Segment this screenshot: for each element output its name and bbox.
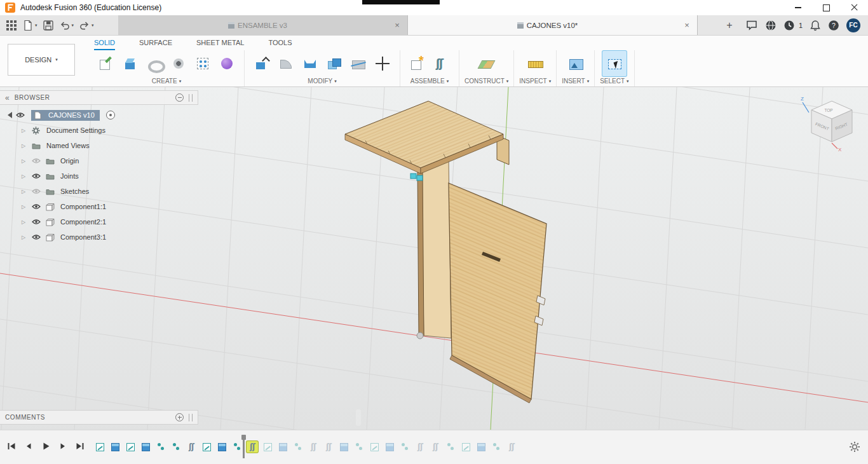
viewport[interactable]: Z X TOP FRONT RIGHT « BROWSER: [0, 87, 868, 430]
timeline-feature-sketch[interactable]: [460, 441, 471, 453]
save-button[interactable]: [42, 19, 55, 32]
timeline-feature-joint[interactable]: ʃʃ: [414, 441, 426, 453]
visibility-eye-icon[interactable]: [32, 188, 43, 194]
timeline-feature-component[interactable]: [475, 441, 487, 453]
timeline-feature-dots[interactable]: [292, 441, 304, 453]
select-tool-button[interactable]: [602, 51, 627, 76]
timeline-feature-joint[interactable]: ʃʃ: [247, 441, 258, 453]
split-tool-button[interactable]: [346, 51, 370, 76]
browser-item-component3-1[interactable]: ▷Component3:1: [0, 229, 198, 245]
comments-header[interactable]: COMMENTS: [0, 410, 198, 425]
timeline-feature-joint[interactable]: ʃʃ: [430, 441, 441, 453]
visibility-eye-icon[interactable]: [32, 173, 43, 179]
timeline-position-marker[interactable]: [243, 437, 245, 458]
skip-start-button[interactable]: [6, 441, 17, 451]
browser-item-component1-1[interactable]: ▷Component1:1: [0, 199, 198, 214]
activate-component-radio[interactable]: [106, 111, 115, 119]
timeline-feature-dots[interactable]: [155, 441, 166, 453]
plane-tool-button[interactable]: [475, 51, 499, 76]
ribbon-group-label[interactable]: MODIFY▾: [308, 78, 336, 85]
clock-button[interactable]: [783, 20, 795, 31]
workspace-switcher[interactable]: DESIGN ▾: [8, 44, 75, 76]
timeline-feature-component[interactable]: [338, 441, 349, 453]
browser-item-origin[interactable]: ▷Origin: [0, 153, 198, 168]
browser-item-component2-1[interactable]: ▷Component2:1: [0, 214, 198, 229]
ribbon-group-label[interactable]: INSPECT▾: [519, 78, 551, 85]
timeline-feature-dots[interactable]: [231, 441, 243, 453]
timeline-settings-gear-icon[interactable]: [849, 441, 860, 453]
app-menu-button[interactable]: [5, 19, 18, 32]
minimize-button[interactable]: [784, 0, 812, 15]
minimize-panel-icon[interactable]: [175, 93, 184, 102]
origin-sphere[interactable]: [417, 332, 423, 339]
ribbon-group-label[interactable]: INSERT▾: [562, 78, 589, 85]
press-pull-tool-button[interactable]: [250, 51, 274, 76]
3d-model[interactable]: [345, 101, 546, 403]
ribbon-tab-solid[interactable]: SOLID: [94, 36, 115, 50]
timeline-feature-joint[interactable]: ʃʃ: [506, 441, 517, 453]
timeline-feature-dots[interactable]: [445, 441, 456, 453]
bell-button[interactable]: [810, 20, 821, 31]
maximize-button[interactable]: [812, 0, 840, 15]
tab-close-icon[interactable]: ×: [392, 20, 402, 31]
file-button[interactable]: ▾: [22, 19, 38, 32]
expand-arrow-icon[interactable]: ▷: [22, 158, 29, 164]
visibility-eye-icon[interactable]: [32, 203, 43, 210]
timeline-feature-joint[interactable]: ʃʃ: [186, 441, 197, 453]
help-button[interactable]: ?: [828, 20, 839, 31]
timeline-feature-joint[interactable]: ʃʃ: [323, 441, 334, 453]
timeline-feature-sketch[interactable]: [262, 441, 273, 453]
timeline-feature-sketch[interactable]: [94, 441, 105, 453]
browser-root-item[interactable]: CAJONES v10: [0, 107, 198, 123]
revolve-tool-button[interactable]: [142, 51, 166, 76]
ribbon-group-label[interactable]: ASSEMBLE▾: [410, 78, 449, 85]
fillet-tool-button[interactable]: [274, 51, 298, 76]
visibility-eye-icon[interactable]: [32, 219, 43, 225]
joint-tool-button[interactable]: [430, 51, 454, 76]
step-back-button[interactable]: [24, 441, 34, 451]
side-panel-edge[interactable]: [417, 168, 424, 336]
expand-arrow-icon[interactable]: ▷: [22, 128, 29, 133]
hole-tool-button[interactable]: [166, 51, 191, 76]
ribbon-group-label[interactable]: CONSTRUCT▾: [465, 78, 508, 85]
visibility-eye-icon[interactable]: [16, 112, 27, 118]
browser-item-joints[interactable]: ▷Joints: [0, 168, 198, 184]
extrude-tool-button[interactable]: [118, 51, 142, 76]
pattern-tool-button[interactable]: [191, 51, 215, 76]
avatar[interactable]: FC: [846, 18, 860, 32]
tab-close-icon[interactable]: ×: [682, 20, 692, 31]
measure-tool-button[interactable]: [523, 51, 547, 76]
undo-button[interactable]: ▾: [58, 19, 75, 32]
timeline-feature-component[interactable]: [109, 441, 121, 453]
expand-arrow-icon[interactable]: ▷: [22, 235, 29, 240]
close-button[interactable]: [840, 0, 868, 15]
browser-item-sketches[interactable]: ▷Sketches: [0, 184, 198, 199]
ribbon-tab-surface[interactable]: SURFACE: [139, 36, 172, 50]
shell-tool-button[interactable]: [298, 51, 322, 76]
expand-arrow-icon[interactable]: ▷: [22, 174, 29, 179]
skip-end-button[interactable]: [75, 441, 85, 451]
timeline-feature-component[interactable]: [277, 441, 288, 453]
document-tab[interactable]: ENSAMBLE v3×: [118, 15, 408, 35]
timeline-feature-component[interactable]: [140, 441, 151, 453]
globe-button[interactable]: [765, 20, 776, 31]
browser-flyout-arrow-icon[interactable]: [8, 112, 12, 118]
ribbon-tab-sheet-metal[interactable]: SHEET METAL: [196, 36, 244, 50]
browser-header[interactable]: « BROWSER: [0, 90, 198, 105]
panel-grip-handle[interactable]: [189, 94, 193, 102]
redo-button[interactable]: ▾: [78, 19, 95, 32]
browser-item-named-views[interactable]: ▷Named Views: [0, 138, 198, 153]
expand-arrow-icon[interactable]: ▷: [22, 204, 29, 210]
expand-arrow-icon[interactable]: ▷: [22, 189, 29, 194]
document-tab[interactable]: CAJONES v10*×: [408, 15, 698, 35]
expand-comments-icon[interactable]: [175, 413, 184, 421]
create-sketch-tool-button[interactable]: [94, 51, 118, 76]
visibility-eye-icon[interactable]: [32, 234, 43, 240]
ribbon-tab-tools[interactable]: TOOLS: [268, 36, 292, 50]
middle-panel-face[interactable]: [421, 157, 451, 338]
timeline-feature-dots[interactable]: [353, 441, 365, 453]
browser-root-highlight[interactable]: CAJONES v10: [31, 110, 100, 121]
move-tool-button[interactable]: [370, 51, 395, 76]
new-document-tab-button[interactable]: +: [721, 15, 738, 35]
combine-tool-button[interactable]: [322, 51, 346, 76]
